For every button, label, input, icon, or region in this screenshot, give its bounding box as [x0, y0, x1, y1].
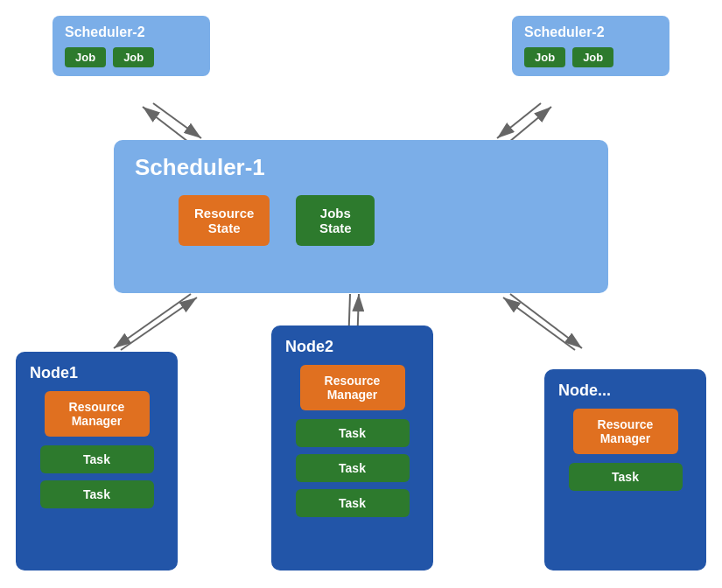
svg-line-2	[153, 103, 201, 138]
node1-task-1: Task	[40, 445, 154, 473]
scheduler2-left-job-2: Job	[113, 47, 154, 67]
node3-title: Node...	[558, 382, 611, 400]
scheduler1-states: ResourceState JobsState	[179, 195, 587, 246]
scheduler1-box: Scheduler-1 ResourceState JobsState	[114, 140, 608, 293]
diagram-container: Scheduler-2 Job Job Scheduler-2 Job Job …	[0, 0, 722, 588]
scheduler2-right: Scheduler-2 Job Job	[512, 16, 669, 76]
node3-task-1: Task	[569, 463, 683, 491]
scheduler1-title: Scheduler-1	[135, 154, 587, 181]
node2-task-2: Task	[296, 454, 410, 482]
node1-resource-manager: ResourceManager	[45, 391, 150, 437]
svg-line-10	[510, 294, 582, 348]
node1-box: Node1 ResourceManager Task Task	[16, 352, 178, 570]
node3-box: Node... ResourceManager Task	[544, 369, 706, 570]
scheduler2-left-jobs: Job Job	[65, 47, 154, 67]
node1-title: Node1	[30, 364, 78, 382]
svg-line-4	[497, 103, 541, 138]
svg-line-11	[503, 298, 575, 350]
svg-line-7	[121, 298, 197, 350]
scheduler2-left-job-1: Job	[65, 47, 106, 67]
svg-line-6	[114, 294, 191, 348]
scheduler2-right-jobs: Job Job	[524, 47, 613, 67]
jobs-state-box: JobsState	[296, 195, 375, 246]
node1-task-2: Task	[40, 480, 154, 508]
scheduler2-right-title: Scheduler-2	[524, 24, 605, 40]
node2-task-3: Task	[296, 489, 410, 517]
node3-resource-manager: ResourceManager	[573, 409, 678, 454]
node2-resource-manager: ResourceManager	[300, 365, 405, 410]
scheduler2-left-title: Scheduler-2	[65, 24, 145, 40]
scheduler2-right-job-2: Job	[572, 47, 613, 67]
scheduler2-right-job-1: Job	[524, 47, 565, 67]
node2-task-1: Task	[296, 419, 410, 447]
svg-line-3	[143, 107, 188, 142]
scheduler2-left: Scheduler-2 Job Job	[53, 16, 210, 76]
resource-state-box: ResourceState	[179, 195, 270, 246]
node2-title: Node2	[285, 338, 333, 356]
svg-line-5	[509, 107, 551, 142]
node2-box: Node2 ResourceManager Task Task Task	[271, 326, 433, 570]
